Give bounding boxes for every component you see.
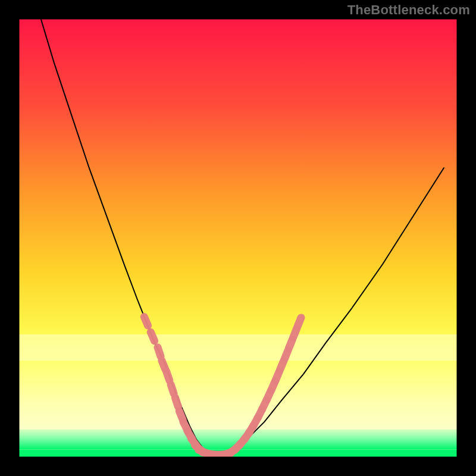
marker-capsule xyxy=(167,371,170,380)
chart-frame: TheBottleneck.com xyxy=(0,0,476,476)
pale-band xyxy=(19,334,457,361)
marker-capsule xyxy=(158,347,161,356)
marker-capsule xyxy=(144,317,148,326)
marker-capsule xyxy=(175,397,178,406)
marker-capsule xyxy=(171,384,174,393)
plot-area xyxy=(0,0,476,476)
watermark-text: TheBottleneck.com xyxy=(347,2,470,18)
marker-capsule xyxy=(298,318,301,327)
marker-capsule xyxy=(151,332,154,341)
bottleneck-chart xyxy=(0,0,476,476)
gradient-background xyxy=(19,19,457,457)
